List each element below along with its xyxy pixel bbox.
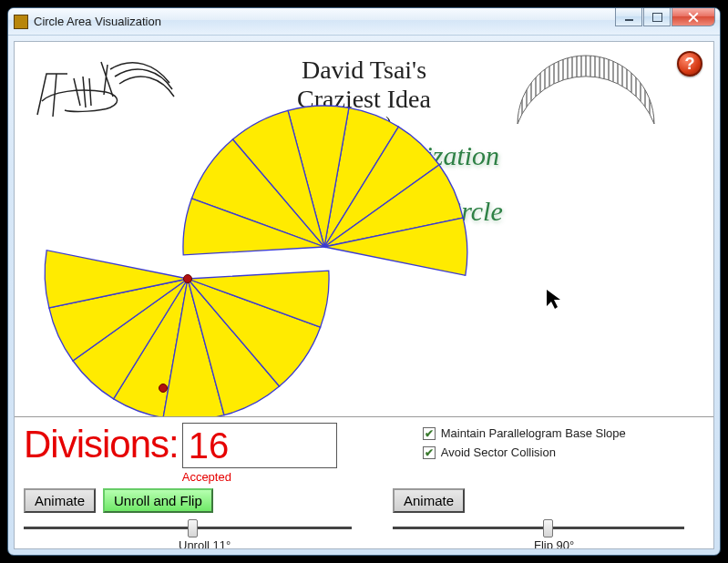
flip-slider-thumb[interactable] (543, 519, 553, 537)
svg-point-32 (184, 275, 192, 283)
divisions-status: Accepted (182, 470, 337, 484)
maintain-slope-checkbox[interactable]: ✔ (423, 427, 436, 440)
close-button[interactable] (672, 8, 715, 26)
titlebar[interactable]: Circle Area Visualization (8, 8, 720, 36)
app-icon (14, 15, 28, 29)
avoid-collision-label: Avoid Sector Collision (441, 445, 556, 459)
flip-slider[interactable] (393, 517, 693, 538)
control-panel: Divisions: Accepted ✔ Maintain Parallelo… (15, 416, 713, 548)
maximize-button[interactable] (643, 8, 671, 26)
circle-visualization (15, 42, 714, 420)
window-controls (615, 8, 715, 26)
avoid-collision-checkbox[interactable]: ✔ (423, 446, 436, 459)
minimize-button[interactable] (615, 8, 642, 26)
animate-flip-button[interactable]: Animate (393, 488, 465, 513)
window-title: Circle Area Visualization (34, 15, 161, 28)
options-group: ✔ Maintain Parallelogram Base Slope ✔ Av… (423, 426, 626, 459)
divisions-input[interactable] (182, 423, 337, 468)
unroll-slider[interactable] (24, 517, 379, 538)
svg-point-33 (159, 384, 168, 393)
app-window: Circle Area Visualization (7, 7, 721, 556)
unroll-slider-label: Unroll 11° (179, 538, 379, 549)
animate-unroll-button[interactable]: Animate (24, 488, 96, 513)
flip-slider-label: Flip 90° (534, 538, 693, 549)
maintain-slope-label: Maintain Parallelogram Base Slope (441, 426, 626, 440)
unroll-and-flip-button[interactable]: Unroll and Flip (103, 488, 213, 513)
divisions-label: Divisions: (24, 423, 179, 466)
unroll-slider-thumb[interactable] (188, 519, 198, 537)
content-area: ? David Tsai's Craziest Idea (So Far) A … (14, 41, 714, 549)
